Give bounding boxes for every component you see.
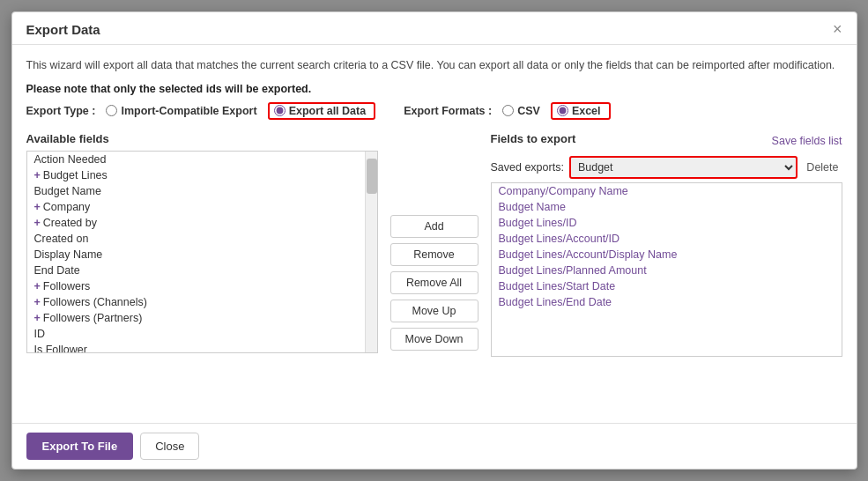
modal-overlay: Export Data × This wizard will export al… (0, 0, 868, 481)
list-item[interactable]: Company/Company Name (492, 183, 842, 199)
modal-body: This wizard will export all data that ma… (12, 45, 857, 423)
import-compatible-label: Import-Compatible Export (121, 105, 256, 117)
saved-exports-label: Saved exports: (491, 161, 564, 174)
import-compatible-option[interactable]: Import-Compatible Export (106, 105, 260, 117)
list-item[interactable]: Budget Lines/Account/ID (492, 231, 842, 247)
fields-section: Available fields Action Needed+Budget Li… (26, 132, 842, 414)
move-up-button[interactable]: Move Up (390, 300, 479, 322)
export-all-radio[interactable] (274, 105, 286, 116)
saved-exports-select[interactable]: Budget (569, 156, 798, 179)
list-item[interactable]: +Company (27, 199, 365, 215)
csv-option[interactable]: CSV (502, 105, 544, 117)
list-item[interactable]: +Budget Lines (27, 167, 365, 183)
add-button[interactable]: Add (390, 215, 479, 238)
list-item[interactable]: Budget Lines/End Date (492, 294, 842, 310)
export-all-option[interactable]: Export all Data (268, 102, 376, 120)
delete-button[interactable]: Delete (803, 159, 842, 175)
excel-radio[interactable] (557, 105, 568, 116)
close-button[interactable]: Close (140, 433, 199, 460)
excel-label: Excel (572, 105, 601, 117)
export-format-label: Export Formats : (404, 105, 492, 117)
list-item[interactable]: Created on (27, 231, 365, 247)
export-type-group: Export Type : Import-Compatible Export E… (26, 102, 376, 120)
note-text: Please note that only the selected ids w… (26, 83, 842, 95)
list-item[interactable]: Budget Lines/Start Date (492, 278, 842, 294)
export-options-row: Export Type : Import-Compatible Export E… (26, 102, 842, 120)
excel-option[interactable]: Excel (551, 102, 611, 120)
modal-footer: Export To File Close (12, 423, 857, 469)
available-fields-list-wrap: Action Needed+Budget LinesBudget Name+Co… (26, 151, 378, 353)
export-to-file-button[interactable]: Export To File (26, 433, 134, 460)
save-fields-link[interactable]: Save fields list (772, 135, 842, 147)
middle-buttons: Add Remove Remove All Move Up Move Down (378, 152, 491, 414)
list-item[interactable]: +Created by (27, 215, 365, 231)
available-fields-list: Action Needed+Budget LinesBudget Name+Co… (27, 152, 365, 352)
available-fields-panel: Available fields Action Needed+Budget Li… (26, 132, 378, 414)
export-format-group: Export Formats : CSV Excel (404, 102, 610, 120)
move-down-button[interactable]: Move Down (390, 328, 479, 351)
remove-all-button[interactable]: Remove All (390, 271, 479, 294)
list-item[interactable]: Action Needed (27, 152, 365, 167)
modal-header: Export Data × (12, 12, 857, 45)
modal-title: Export Data (26, 22, 100, 37)
available-fields-title: Available fields (26, 132, 378, 145)
list-item[interactable]: Display Name (27, 247, 365, 263)
description-text: This wizard will export all data that ma… (26, 57, 842, 74)
scrollbar-thumb (367, 159, 377, 194)
export-type-label: Export Type : (26, 105, 96, 117)
csv-radio[interactable] (502, 105, 514, 116)
csv-label: CSV (517, 105, 540, 117)
export-fields-list: Company/Company NameBudget NameBudget Li… (491, 182, 842, 357)
scrollbar-track[interactable] (365, 152, 377, 352)
list-item[interactable]: Budget Lines/ID (492, 215, 842, 231)
export-all-label: Export all Data (289, 105, 367, 117)
list-item[interactable]: +Followers (Partners) (27, 310, 365, 326)
close-icon[interactable]: × (833, 21, 842, 37)
saved-exports-row: Saved exports: Budget Delete (491, 156, 842, 179)
fields-to-export-panel: Fields to export Save fields list Saved … (491, 132, 842, 414)
list-item[interactable]: Is Follower (27, 342, 365, 352)
list-item[interactable]: Budget Name (27, 183, 365, 199)
list-item[interactable]: Budget Lines/Account/Display Name (492, 247, 842, 263)
export-fields-top: Fields to export Save fields list (491, 132, 842, 151)
export-data-modal: Export Data × This wizard will export al… (11, 11, 857, 470)
list-item[interactable]: Budget Name (492, 199, 842, 215)
fields-to-export-title: Fields to export (491, 132, 576, 145)
list-item[interactable]: Budget Lines/Planned Amount (492, 263, 842, 278)
list-item[interactable]: End Date (27, 263, 365, 278)
import-compatible-radio[interactable] (106, 105, 117, 116)
list-item[interactable]: +Followers (27, 278, 365, 294)
remove-button[interactable]: Remove (390, 243, 479, 266)
list-item[interactable]: +Followers (Channels) (27, 294, 365, 310)
list-item[interactable]: ID (27, 326, 365, 342)
